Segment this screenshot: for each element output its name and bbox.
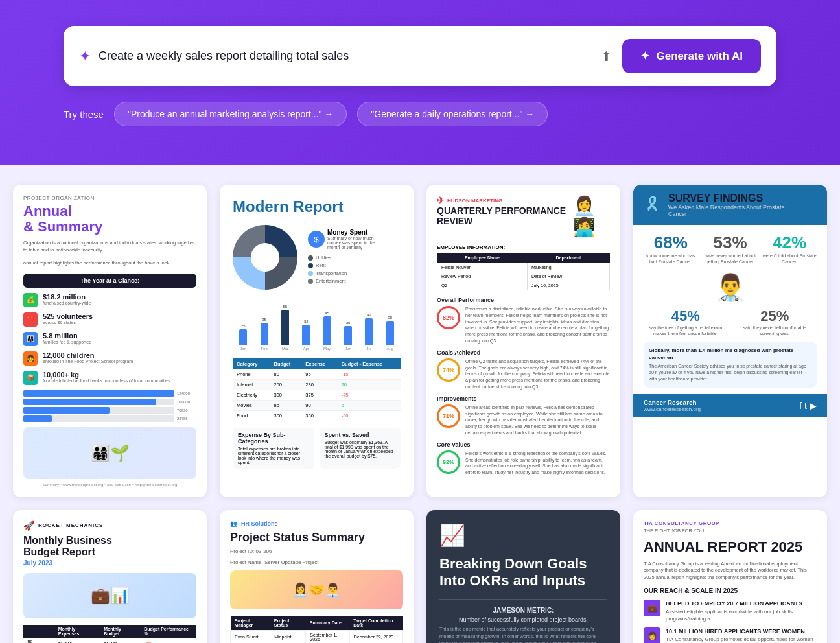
card1-desc2: annual report highlights the performance… <box>23 260 196 267</box>
bar-may-bar <box>323 316 331 345</box>
ar-stat-desc-1: Assisted eligible applicants worldwide w… <box>666 609 793 622</box>
search-input-area: ✦ Create a weekly sales report detailing… <box>79 48 590 65</box>
hbar-row-4: 23788 <box>23 415 196 422</box>
emp-period-label: Review Period <box>438 272 528 281</box>
survey-subtitle: We Asked Male Respondents About Prostate… <box>668 204 798 217</box>
stat-val-5: 10,000+ kg <box>43 371 170 379</box>
bar-label-mar: Mar <box>282 347 288 351</box>
budget-electricity: 300 <box>270 390 301 401</box>
spent-footer-title: Spent vs. Saved <box>325 432 396 438</box>
bar-label-feb: Feb <box>261 347 267 351</box>
card5-brand-row: 🚀 ROCKET MECHANICS <box>23 520 196 531</box>
stat-row-1: 💰 $18.2 million fundraised country-wide <box>23 293 196 307</box>
card8-brand-top: TIA CONSULTANCY GROUP <box>644 520 817 526</box>
bar-apr: 32 Apr <box>298 320 314 351</box>
stat-desc-4: enrolled in The Food Project School prog… <box>43 359 133 364</box>
ar-stat-text-2: 10.1 MILLION HIRED APPLICANTS WERE WOMEN… <box>666 627 817 643</box>
bar-val-jul: 42 <box>367 313 371 317</box>
card5-date: July 2023 <box>23 559 196 567</box>
overall-perf-text: Possesses a disciplined, reliable work e… <box>465 306 610 344</box>
card8-ar-desc: TIA Consultancy Group is a leading Ameri… <box>644 561 817 581</box>
suggestion-chip-2[interactable]: "Generate a daily operations report..." … <box>357 102 548 126</box>
bar-aug: 38 Aug <box>382 316 398 351</box>
stat-desc-5: food distributed at food banks to countl… <box>43 379 170 383</box>
bar-feb: 35 Feb <box>256 318 272 351</box>
emp-row-2: Review Period Date of Review <box>438 272 610 281</box>
survey-header: 🎗 SURVEY FINDINGS We Asked Male Responde… <box>633 185 827 225</box>
card1-footer: Summary • www.thefoodproject.org • 359-5… <box>23 483 196 487</box>
card8-ar-title: ANNUAL REPORT 2025 <box>644 539 817 555</box>
budget-bud-0: $1,400 <box>100 638 141 643</box>
card8-tagline: THE RIGHT JOB FOR YOU <box>644 528 817 533</box>
emp-header-dept: Department <box>527 253 609 263</box>
stat-row-5: 📦 10,000+ kg food distributed at food ba… <box>23 371 196 385</box>
bar-feb-bar <box>261 323 268 345</box>
brand-name: HUDSON MARKETING <box>447 198 502 204</box>
budget-phone: 80 <box>270 369 301 380</box>
org-label: Project Organization <box>23 195 196 201</box>
expense-internet: 230 <box>301 380 337 390</box>
emp-row-1: Felicia Nguyen Marketing <box>438 263 610 272</box>
bar-mar-bar <box>281 310 289 345</box>
proj-header-1: Project Status <box>270 616 306 631</box>
stat-68: 68% know someone who has had Prostate Ca… <box>644 233 698 264</box>
stat-42-pct: 42% <box>762 233 817 253</box>
hbar-bg-4 <box>23 415 174 422</box>
stat-icon-5: 📦 <box>23 371 38 385</box>
search-text: Create a weekly sales report detailing t… <box>99 49 590 63</box>
money-icon-area: $ Money Spent Summary of how much money … <box>308 229 379 250</box>
stat-desc-3: families fed & supported <box>43 340 91 344</box>
proj-row-1: Evan Stuart Midpoint September 1, 2026 D… <box>231 630 403 643</box>
generate-button[interactable]: ✦ Generate with AI <box>622 39 761 73</box>
hbar-bg-1 <box>23 390 174 397</box>
expense-footer-title: Expense By Sub-Categories <box>238 432 309 445</box>
core-values-section: Core Values 92% Felicia's work ethic is … <box>437 441 610 476</box>
goals-score: 74% <box>437 358 460 382</box>
social-icons: f t ▶ <box>799 401 817 411</box>
core-values-title: Core Values <box>437 441 610 448</box>
hbar-row-3: 70936 <box>23 407 196 414</box>
table-row-food: Food 300 350 -50 <box>233 411 401 421</box>
ar-stat-desc-2: TIA Consultancy Group promotes equal opp… <box>666 637 813 643</box>
quarterly-performance-card: ✈ HUDSON MARKETING QUARTERLY PERFORMANCE… <box>426 185 620 497</box>
expense-movies: 90 <box>301 401 337 411</box>
try-these-label: Try these <box>64 109 104 120</box>
bar-apr-bar <box>302 325 310 345</box>
card1-illustration-img: 👨‍👩‍👧‍👦🌱 <box>23 427 196 479</box>
bar-jan-bar <box>239 329 247 345</box>
stat-val-1: $18.2 million <box>43 293 91 301</box>
emp-date-label: Date of Review <box>527 272 609 281</box>
stat-val-3: 5.8 million <box>43 332 91 340</box>
stat-row-4: 👧 12,000 children enrolled in The Food P… <box>23 351 196 366</box>
facebook-icon: f <box>799 401 802 411</box>
okr-card: 📈 Breaking Down Goals Into OKRs and Inpu… <box>426 510 620 643</box>
metric-label: JAMESON METRIC: <box>439 607 607 614</box>
card3-illustration: 👩‍💼👩‍💻 <box>573 195 610 238</box>
card6-proj-name: Project Name: Server Upgrade Project <box>230 559 403 565</box>
suggestion-chip-1[interactable]: "Produce an annual marketing analysis re… <box>114 102 347 126</box>
table-row-movies: Movies 85 90 5 <box>233 401 401 411</box>
stat-content-3: 5.8 million families fed & supported <box>43 332 91 344</box>
upload-icon[interactable]: ⬆ <box>601 49 612 64</box>
stat-icon-4: 👧 <box>23 351 38 366</box>
improvements-perf-row: 71% Of the areas identified in past revi… <box>437 404 610 436</box>
sparkle-icon: ✦ <box>79 48 91 65</box>
improvements-perf-title: Improvements <box>437 395 610 402</box>
bar-label-jan: Jan <box>240 347 246 351</box>
bar-jun: 30 Jun <box>340 321 356 351</box>
stat-icon-3: 👨‍👩‍👧 <box>23 332 38 346</box>
hbar-val-3: 70936 <box>177 408 196 412</box>
money-icon: $ <box>308 231 325 248</box>
global-text: The American Cancer Society advises you … <box>649 363 811 382</box>
budget-exp-0: $1,240 <box>55 638 100 643</box>
ar-stat-text-1: HELPED TO EMPLOY 20.7 MILLION APPLICANTS… <box>666 600 817 622</box>
reach-label: OUR REACH & SCALE IN 2025 <box>644 587 817 594</box>
proj-header-0: Project Manager <box>231 616 270 631</box>
metric-section: JAMESON METRIC: Number of successfully c… <box>439 599 607 643</box>
improvements-perf-section: Improvements 71% Of the areas identified… <box>437 395 610 436</box>
bar-jul: 42 Jul <box>361 313 377 351</box>
pie-area: $ Money Spent Summary of how much money … <box>233 225 401 290</box>
metric-desc: This is the one metric that accurately r… <box>439 625 607 643</box>
bar-may: 45 May <box>320 311 335 351</box>
emp-dept: Marketing <box>527 263 609 272</box>
